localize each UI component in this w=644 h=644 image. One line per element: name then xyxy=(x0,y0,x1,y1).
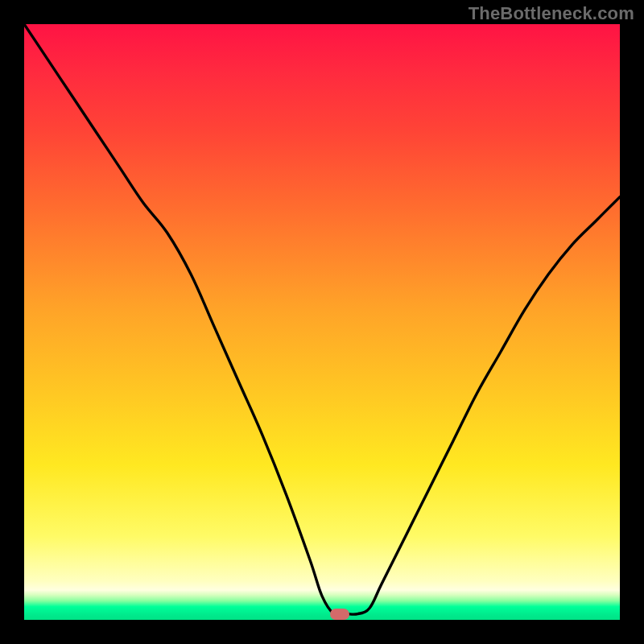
plot-area xyxy=(24,24,620,620)
optimum-marker xyxy=(330,609,349,620)
bottleneck-curve-svg xyxy=(24,24,620,620)
watermark-text: TheBottleneck.com xyxy=(469,3,634,24)
chart-frame: TheBottleneck.com xyxy=(0,0,644,644)
bottleneck-curve xyxy=(24,24,620,615)
